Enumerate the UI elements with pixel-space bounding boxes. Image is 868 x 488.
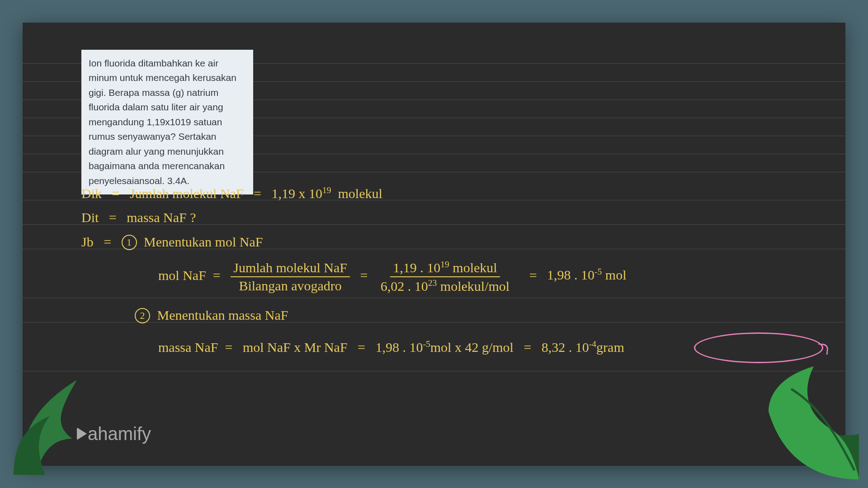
blackboard: Ion fluorida ditambahkan ke air minum un… [23,23,845,466]
step2-badge: 2 [135,308,150,323]
dik-expr: Jumlah molekul NaF [130,186,244,201]
step1-result: 1,98 . 10-5 mol [547,267,626,282]
question-card: Ion fluorida ditambahkan ke air minum un… [81,50,253,195]
final-answer: 8,32 . 10-4gram [542,340,624,355]
jb-row: Jb = 1 Menentukan mol NaF [81,234,263,251]
step1-badge: 1 [122,235,137,250]
brand-logo: ahamify [77,424,151,444]
dit-label: Dit [81,210,99,225]
step1-title: Menentukan mol NaF [144,234,263,249]
dit-expr: massa NaF ? [127,210,196,225]
step2-title: Menentukan massa NaF [157,308,288,322]
step2-row: 2 Menentukan massa NaF [135,308,288,324]
step2-eq: massa NaF = mol NaF x Mr NaF = 1,98 . 10… [158,339,624,355]
dik-label: Dik [81,186,102,201]
question-text: Ion fluorida ditambahkan ke air minum un… [89,58,236,186]
jb-label: Jb [81,234,94,249]
brand-text: ahamify [88,424,151,444]
dik-row: Dik = Jumlah molekul NaF = 1,19 x 1019 m… [81,185,382,201]
dit-row: Dit = massa NaF ? [81,210,196,225]
play-icon [77,427,87,440]
step1-eq: mol NaF = Jumlah molekul NaF Bilangan av… [158,260,627,294]
dik-value: 1,19 x 10 [272,186,323,201]
